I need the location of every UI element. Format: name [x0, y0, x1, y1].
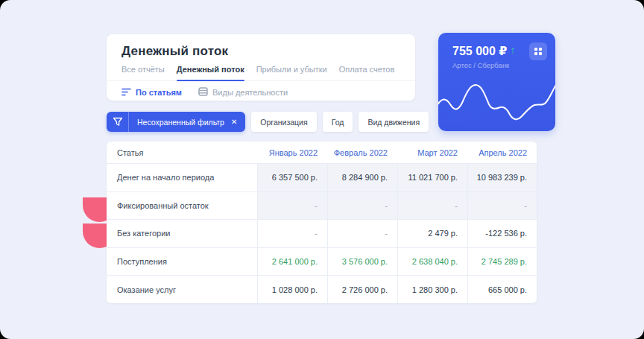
table-row[interactable]: Оказание услуг 1 028 000 р. 2 726 000 р.…: [107, 275, 537, 303]
cell-value: 11 021 700 р.: [397, 164, 467, 191]
filter-button-movement-type[interactable]: Вид движения: [359, 112, 429, 132]
cell-value: -: [397, 192, 467, 220]
sparkline-chart: [438, 73, 555, 127]
column-header-april[interactable]: Апрель 2022: [467, 142, 537, 163]
cash-flow-table: Статья Январь 2022 Февраль 2022 Март 202…: [107, 142, 537, 303]
cell-value: 2 726 000 р.: [327, 276, 397, 303]
grid-icon: [534, 48, 542, 55]
page-title: Денежный поток: [121, 44, 400, 59]
report-header-card: Денежный поток Все отчёты Денежный поток…: [107, 34, 415, 101]
cell-value: 1 028 000 р.: [257, 276, 327, 303]
row-label: Денег на начало периода: [107, 164, 257, 191]
cell-value: -: [257, 192, 327, 220]
account-card-header: 755 000 ₽ ↑: [438, 33, 555, 58]
cell-value: -: [327, 192, 397, 220]
cell-value: -: [327, 220, 397, 247]
column-header-item: Статья: [107, 142, 257, 163]
cell-value: 3 576 000 р.: [327, 248, 397, 276]
table-row[interactable]: Без категории - - 2 479 р. -122 536 р.: [107, 219, 537, 247]
rows-icon: [198, 87, 208, 98]
account-balance: 755 000 ₽: [452, 44, 507, 58]
table-row[interactable]: Денег на начало периода 6 357 500 р. 8 2…: [107, 163, 537, 191]
cell-value: 6 357 500 р.: [257, 164, 327, 191]
table-header-row: Статья Январь 2022 Февраль 2022 Март 202…: [107, 142, 537, 163]
funnel-icon[interactable]: [107, 112, 129, 132]
filter-button-organization[interactable]: Организация: [251, 112, 316, 132]
cell-value: 10 983 239 р.: [467, 164, 537, 191]
cell-value: 8 284 900 р.: [327, 164, 397, 191]
table-row[interactable]: Поступления 2 641 000 р. 3 576 000 р. 2 …: [107, 247, 537, 276]
tab-profit-loss[interactable]: Прибыли и убытки: [256, 65, 327, 81]
account-balance-card[interactable]: 755 000 ₽ ↑ Артес / Сбербанк: [438, 33, 555, 131]
column-header-january[interactable]: Январь 2022: [257, 142, 327, 163]
column-header-february[interactable]: Февраль 2022: [327, 142, 397, 163]
view-by-items[interactable]: По статьям: [121, 88, 182, 98]
close-icon[interactable]: ✕: [231, 112, 245, 132]
tab-cash-flow[interactable]: Денежный поток: [177, 65, 244, 81]
cell-value: 2 745 289 р.: [467, 248, 537, 276]
sort-lines-icon: [121, 88, 131, 98]
view-by-items-label: По статьям: [136, 88, 182, 97]
card-grid-button[interactable]: [529, 42, 547, 60]
column-header-march[interactable]: Март 2022: [397, 142, 467, 163]
cell-value: 1 280 300 р.: [397, 276, 467, 303]
trend-up-icon: ↑: [510, 44, 515, 56]
cell-value: -122 536 р.: [467, 220, 537, 247]
row-label: Оказание услуг: [107, 276, 257, 303]
row-label: Фиксированный остаток: [107, 192, 257, 220]
filter-bar: Несохраненный фильтр ✕ Организация Год В…: [107, 112, 429, 132]
view-switcher: По статьям Виды деятельности: [121, 87, 400, 98]
cell-value: 2 638 040 р.: [397, 248, 467, 276]
app-canvas: Денежный поток Все отчёты Денежный поток…: [0, 0, 644, 339]
cell-value: 665 000 р.: [467, 276, 537, 303]
report-tabs: Все отчёты Денежный поток Прибыли и убыт…: [121, 65, 400, 81]
view-activity-types-label: Виды деятельности: [212, 88, 288, 97]
tab-all-reports[interactable]: Все отчёты: [121, 65, 165, 81]
unsaved-filter-chip[interactable]: Несохраненный фильтр ✕: [107, 112, 245, 132]
filter-button-year[interactable]: Год: [323, 112, 353, 132]
tab-invoice-payment[interactable]: Оплата счетов: [339, 65, 395, 81]
unsaved-filter-label: Несохраненный фильтр: [129, 118, 231, 127]
row-label: Поступления: [107, 248, 257, 276]
view-activity-types[interactable]: Виды деятельности: [198, 87, 288, 98]
cell-value: 2 641 000 р.: [257, 248, 327, 276]
table-row[interactable]: Фиксированный остаток - - - -: [107, 191, 537, 220]
cell-value: -: [257, 220, 327, 247]
row-label: Без категории: [107, 220, 257, 247]
cell-value: -: [467, 192, 537, 220]
cell-value: 2 479 р.: [397, 220, 467, 247]
